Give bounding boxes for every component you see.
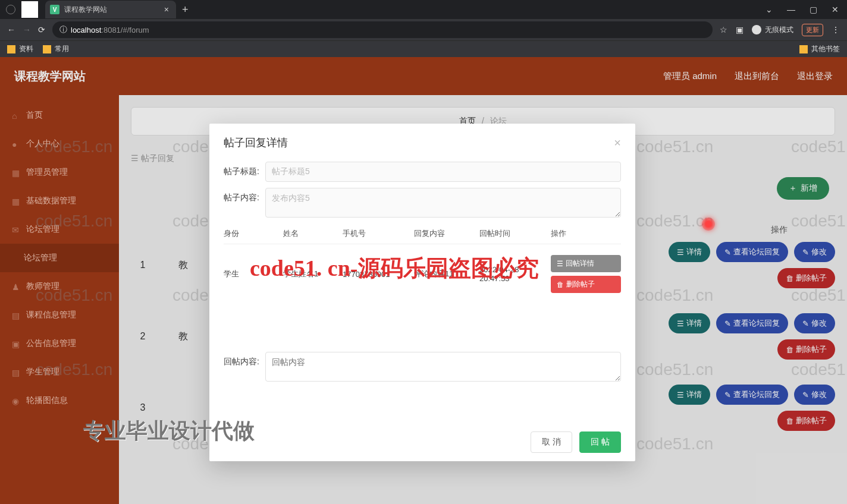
page-favicon [6,5,15,14]
vue-favicon: V [50,5,59,14]
tab-title: 课程教学网站 [64,5,107,15]
reply-textarea[interactable] [265,352,621,382]
folder-icon [799,45,808,53]
bookmarks-bar: 资料 常用 其他书签 [0,40,847,57]
modal-title: 帖子回复详情 [224,136,288,150]
other-bookmarks[interactable]: 其他书签 [799,44,840,54]
maximize-icon[interactable]: ▢ [810,5,817,14]
url-path: :8081/#/forum [101,26,149,34]
menu-icon[interactable]: ⋮ [832,25,840,34]
new-tab-button[interactable]: + [182,4,189,16]
folder-icon [43,45,51,53]
browser-tab-bar: V 课程教学网站 × + ⌄ — ▢ ✕ [0,0,847,19]
incognito-icon [752,25,761,34]
trash-icon: 🗑 [557,281,564,289]
incognito-indicator[interactable]: 无痕模式 [752,25,793,35]
chevron-down-icon[interactable]: ⌄ [766,5,773,14]
close-tab-icon[interactable]: × [164,5,169,14]
post-content-textarea[interactable] [265,188,621,218]
cancel-button[interactable]: 取 消 [531,431,572,453]
url-bar[interactable]: ⓘ localhost :8081/#/forum [52,21,713,38]
window-controls: ⌄ — ▢ ✕ [766,5,843,14]
forward-icon[interactable]: → [23,25,31,34]
panel-icon[interactable]: ▣ [736,25,744,34]
inactive-tab-icon[interactable] [21,1,38,18]
cursor-highlight [702,218,715,231]
update-button[interactable]: 更新 [802,24,823,36]
back-icon[interactable]: ← [7,25,15,34]
post-title-input[interactable] [265,162,621,182]
doc-icon: ☰ [557,260,563,268]
reply-detail-button[interactable]: ☰回帖详情 [551,255,621,272]
reply-label: 回帖内容: [224,352,265,382]
browser-nav-bar: ← → ⟳ ⓘ localhost :8081/#/forum ☆ ▣ 无痕模式… [0,19,847,40]
app-root: 课程教学网站 管理员 admin 退出到前台 退出登录 ⌂首页 ●个人中心 ▦管… [0,57,847,504]
site-info-icon[interactable]: ⓘ [59,24,67,35]
content-label: 帖子内容: [224,188,265,203]
bookmark-folder-1[interactable]: 资料 [7,44,33,54]
reply-detail-modal: 帖子回复详情 × 帖子标题: 帖子内容: 身份 姓名 手机号 回复内容 回帖时间… [209,124,635,461]
close-window-icon[interactable]: ✕ [832,5,839,14]
title-label: 帖子标题: [224,162,265,177]
watermark-project: 专业毕业设计代做 [83,417,255,446]
reply-table: 身份 姓名 手机号 回复内容 回帖时间 操作 学生 学生姓名1 17703786… [224,223,621,304]
url-host: localhost [71,26,101,34]
browser-tab[interactable]: V 课程教学网站 × [45,1,176,18]
bookmark-folder-2[interactable]: 常用 [43,44,69,54]
reply-row: 学生 学生姓名1 17703786901 评论内容11 2022-04-28 2… [224,244,621,304]
folder-icon [7,45,15,53]
close-icon[interactable]: × [614,136,621,150]
submit-reply-button[interactable]: 回 帖 [579,431,621,453]
reply-delete-button[interactable]: 🗑删除帖子 [551,276,621,293]
star-icon[interactable]: ☆ [720,25,727,34]
reload-icon[interactable]: ⟳ [38,25,45,34]
minimize-icon[interactable]: — [787,5,795,14]
